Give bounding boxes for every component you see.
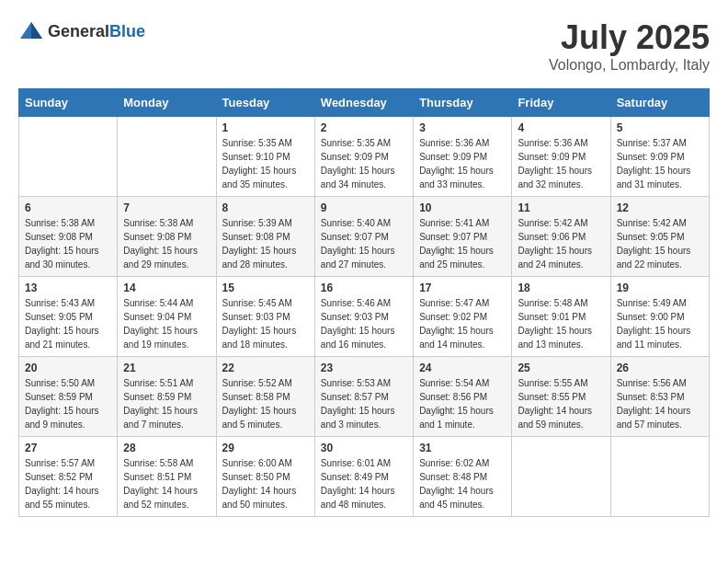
calendar-cell: 12Sunrise: 5:42 AM Sunset: 9:05 PM Dayli… [610,197,709,277]
calendar-week-1: 6Sunrise: 5:38 AM Sunset: 9:08 PM Daylig… [19,197,710,277]
logo: General Blue [18,18,145,44]
day-info: Sunrise: 5:53 AM Sunset: 8:57 PM Dayligh… [321,376,407,431]
day-number: 19 [617,282,703,294]
location-title: Volongo, Lombardy, Italy [549,57,710,74]
calendar-header-sunday: Sunday [19,89,118,117]
calendar-cell: 29Sunrise: 6:00 AM Sunset: 8:50 PM Dayli… [216,437,314,517]
day-info: Sunrise: 6:00 AM Sunset: 8:50 PM Dayligh… [222,456,309,511]
calendar-week-0: 1Sunrise: 5:35 AM Sunset: 9:10 PM Daylig… [19,117,710,197]
title-area: July 2025 Volongo, Lombardy, Italy [549,18,710,74]
day-number: 27 [25,442,111,454]
logo-icon [18,18,44,44]
day-number: 24 [419,362,506,374]
calendar-cell: 1Sunrise: 5:35 AM Sunset: 9:10 PM Daylig… [216,117,314,197]
day-number: 14 [123,282,210,294]
day-info: Sunrise: 5:43 AM Sunset: 9:05 PM Dayligh… [25,296,111,351]
day-number: 10 [419,201,506,214]
day-number: 8 [222,201,309,214]
calendar-cell: 16Sunrise: 5:46 AM Sunset: 9:03 PM Dayli… [314,277,413,357]
day-number: 6 [25,201,111,214]
day-number: 2 [321,121,407,134]
day-info: Sunrise: 5:44 AM Sunset: 9:04 PM Dayligh… [123,296,210,351]
calendar-cell: 5Sunrise: 5:37 AM Sunset: 9:09 PM Daylig… [610,117,709,197]
calendar-header-thursday: Thursday [414,89,512,117]
calendar-cell: 22Sunrise: 5:52 AM Sunset: 8:58 PM Dayli… [216,357,314,437]
calendar-cell: 25Sunrise: 5:55 AM Sunset: 8:55 PM Dayli… [512,357,610,437]
svg-marker-1 [31,22,42,39]
day-info: Sunrise: 5:42 AM Sunset: 9:05 PM Dayligh… [617,216,703,271]
calendar-cell: 9Sunrise: 5:40 AM Sunset: 9:07 PM Daylig… [314,197,413,277]
day-info: Sunrise: 5:48 AM Sunset: 9:01 PM Dayligh… [518,296,604,351]
calendar-week-4: 27Sunrise: 5:57 AM Sunset: 8:52 PM Dayli… [19,437,710,517]
calendar-header-wednesday: Wednesday [314,89,413,117]
day-number: 3 [419,121,506,134]
calendar-header-tuesday: Tuesday [216,89,314,117]
day-number: 25 [518,362,604,374]
day-info: Sunrise: 5:36 AM Sunset: 9:09 PM Dayligh… [518,136,604,191]
day-info: Sunrise: 5:46 AM Sunset: 9:03 PM Dayligh… [321,296,407,351]
day-info: Sunrise: 5:47 AM Sunset: 9:02 PM Dayligh… [419,296,506,351]
calendar-cell: 17Sunrise: 5:47 AM Sunset: 9:02 PM Dayli… [414,277,512,357]
calendar-cell: 15Sunrise: 5:45 AM Sunset: 9:03 PM Dayli… [216,277,314,357]
calendar-header-saturday: Saturday [610,89,709,117]
day-info: Sunrise: 6:01 AM Sunset: 8:49 PM Dayligh… [321,456,407,511]
day-number: 15 [222,282,309,294]
calendar-cell: 21Sunrise: 5:51 AM Sunset: 8:59 PM Dayli… [118,357,216,437]
day-number: 30 [321,442,407,454]
day-number: 7 [123,201,210,214]
day-info: Sunrise: 5:39 AM Sunset: 9:08 PM Dayligh… [222,216,309,271]
calendar-cell: 13Sunrise: 5:43 AM Sunset: 9:05 PM Dayli… [19,277,118,357]
calendar-cell: 20Sunrise: 5:50 AM Sunset: 8:59 PM Dayli… [19,357,118,437]
day-info: Sunrise: 5:55 AM Sunset: 8:55 PM Dayligh… [518,376,604,431]
day-number: 29 [222,442,309,454]
calendar-cell: 7Sunrise: 5:38 AM Sunset: 9:08 PM Daylig… [118,197,216,277]
day-number: 5 [617,121,703,134]
calendar-cell: 23Sunrise: 5:53 AM Sunset: 8:57 PM Dayli… [314,357,413,437]
calendar-header-friday: Friday [512,89,610,117]
day-info: Sunrise: 5:52 AM Sunset: 8:58 PM Dayligh… [222,376,309,431]
calendar-header-monday: Monday [118,89,216,117]
day-info: Sunrise: 5:38 AM Sunset: 9:08 PM Dayligh… [123,216,210,271]
calendar-week-2: 13Sunrise: 5:43 AM Sunset: 9:05 PM Dayli… [19,277,710,357]
calendar-cell: 26Sunrise: 5:56 AM Sunset: 8:53 PM Dayli… [610,357,709,437]
calendar-header-row: SundayMondayTuesdayWednesdayThursdayFrid… [19,89,710,117]
day-number: 9 [321,201,407,214]
month-title: July 2025 [549,18,710,57]
day-info: Sunrise: 5:35 AM Sunset: 9:09 PM Dayligh… [321,136,407,191]
day-number: 16 [321,282,407,294]
calendar-cell: 24Sunrise: 5:54 AM Sunset: 8:56 PM Dayli… [414,357,512,437]
calendar-cell: 3Sunrise: 5:36 AM Sunset: 9:09 PM Daylig… [414,117,512,197]
day-info: Sunrise: 5:35 AM Sunset: 9:10 PM Dayligh… [222,136,309,191]
calendar-cell [610,437,709,517]
day-number: 1 [222,121,309,134]
calendar-cell [512,437,610,517]
calendar-cell: 18Sunrise: 5:48 AM Sunset: 9:01 PM Dayli… [512,277,610,357]
day-number: 18 [518,282,604,294]
day-number: 28 [123,442,210,454]
day-number: 17 [419,282,506,294]
day-number: 31 [419,442,506,454]
calendar-cell: 28Sunrise: 5:58 AM Sunset: 8:51 PM Dayli… [118,437,216,517]
day-number: 23 [321,362,407,374]
day-info: Sunrise: 5:41 AM Sunset: 9:07 PM Dayligh… [419,216,506,271]
calendar-cell: 2Sunrise: 5:35 AM Sunset: 9:09 PM Daylig… [314,117,413,197]
day-info: Sunrise: 5:57 AM Sunset: 8:52 PM Dayligh… [25,456,111,511]
day-info: Sunrise: 5:51 AM Sunset: 8:59 PM Dayligh… [123,376,210,431]
day-info: Sunrise: 5:49 AM Sunset: 9:00 PM Dayligh… [617,296,703,351]
day-info: Sunrise: 5:37 AM Sunset: 9:09 PM Dayligh… [617,136,703,191]
day-number: 12 [617,201,703,214]
day-info: Sunrise: 5:40 AM Sunset: 9:07 PM Dayligh… [321,216,407,271]
day-number: 21 [123,362,210,374]
calendar-cell: 19Sunrise: 5:49 AM Sunset: 9:00 PM Dayli… [610,277,709,357]
calendar-cell: 6Sunrise: 5:38 AM Sunset: 9:08 PM Daylig… [19,197,118,277]
day-info: Sunrise: 5:50 AM Sunset: 8:59 PM Dayligh… [25,376,111,431]
calendar-cell: 27Sunrise: 5:57 AM Sunset: 8:52 PM Dayli… [19,437,118,517]
day-number: 26 [617,362,703,374]
calendar-cell: 4Sunrise: 5:36 AM Sunset: 9:09 PM Daylig… [512,117,610,197]
calendar-cell [118,117,216,197]
day-info: Sunrise: 5:42 AM Sunset: 9:06 PM Dayligh… [518,216,604,271]
day-info: Sunrise: 5:54 AM Sunset: 8:56 PM Dayligh… [419,376,506,431]
day-number: 13 [25,282,111,294]
calendar-cell: 8Sunrise: 5:39 AM Sunset: 9:08 PM Daylig… [216,197,314,277]
day-number: 11 [518,201,604,214]
